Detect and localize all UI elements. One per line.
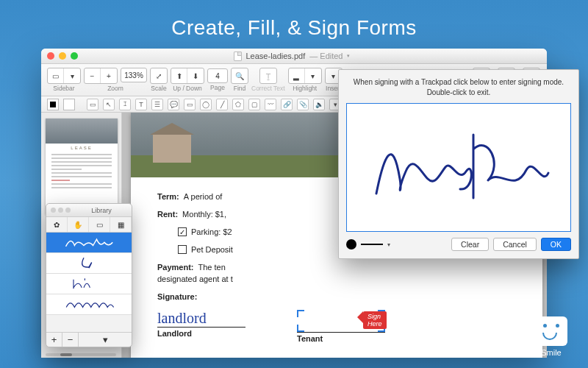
polygon-tool[interactable]: ⬠ [232, 99, 244, 110]
sidebar-group: ▭ ▾ Sidebar [47, 68, 81, 92]
landlord-label: Landlord [157, 329, 192, 338]
palette-list [46, 233, 132, 332]
pen-color-picker[interactable] [346, 239, 356, 250]
dialog-instructions: When signing with a Trackpad click below… [346, 77, 571, 97]
field-signature-label: Signature: [157, 292, 516, 301]
fill-color-well[interactable] [63, 99, 75, 110]
traffic-lights [47, 52, 78, 60]
signature-item-3[interactable] [46, 274, 132, 294]
sidebar-scrollbar[interactable] [46, 353, 116, 356]
sidebar-toggle-button[interactable]: ▭ [48, 68, 64, 83]
palette-tabs: ✿ ✋ ▭ ▦ [46, 217, 132, 233]
palette-action-button[interactable]: ▾ [79, 333, 132, 347]
updown-group: ⬆⬇ Up / Down [171, 68, 204, 92]
signature-canvas[interactable] [346, 103, 571, 232]
page-up-button[interactable]: ⬆ [171, 68, 187, 83]
tab-signatures[interactable]: ✋ [68, 217, 89, 232]
signature-row: landlord Landlord Sign Here Tenant [157, 310, 516, 343]
window-titlebar: Lease-ladies.pdf — Edited ▾ [41, 49, 547, 64]
palette-footer: + − ▾ [46, 332, 132, 347]
correct-label: Correct Text [251, 85, 285, 92]
select-tool[interactable]: ▭ [87, 99, 98, 110]
signature-drawing [363, 127, 554, 208]
rounded-rect-tool[interactable]: ▢ [248, 99, 260, 110]
document-icon [234, 52, 242, 61]
sign-here-flag: Sign Here [363, 311, 387, 329]
highlight-mode-button[interactable]: ▾ [305, 68, 321, 83]
find-button[interactable]: 🔍 [232, 68, 248, 83]
page-label: Page [210, 84, 225, 91]
highlight-button[interactable]: ▂ [289, 68, 305, 83]
cancel-button[interactable]: Cancel [493, 238, 537, 251]
sidebar-label: Sidebar [53, 85, 74, 92]
thumb-heading: LEASE [46, 144, 118, 152]
dialog-toolbar: ▾ Clear Cancel OK [346, 238, 571, 251]
close-window-button[interactable] [47, 52, 54, 60]
highlight-label: Highlight [293, 85, 317, 92]
signature-item-2[interactable] [46, 253, 132, 274]
tab-shapes[interactable]: ▭ [89, 217, 110, 232]
scale-group: ⤢ Scale [150, 68, 168, 92]
filename: Lease-ladies.pdf [246, 52, 306, 60]
highlight-group: ▂▾ Highlight [288, 68, 322, 92]
zoom-group: −+ 133% Zoom [84, 68, 147, 92]
sidebar-mode-button[interactable]: ▾ [64, 68, 80, 83]
scale-label: Scale [151, 85, 166, 92]
comment-tool[interactable]: 💬 [168, 99, 179, 110]
window-title: Lease-ladies.pdf — Edited ▾ [78, 52, 506, 61]
find-label: Find [234, 85, 246, 92]
oval-tool[interactable]: ◯ [200, 99, 212, 110]
ok-button[interactable]: OK [541, 238, 571, 251]
tenant-signature-target[interactable]: Sign Here [297, 310, 385, 332]
page-down-button[interactable]: ⬇ [187, 68, 204, 83]
parking-checkbox[interactable]: ✓ [178, 227, 187, 236]
signature-item-1[interactable] [46, 233, 132, 253]
title-dropdown-icon[interactable]: ▾ [347, 53, 350, 59]
scale-button[interactable]: ⤢ [151, 68, 167, 83]
signature-capture-dialog: When signing with a Trackpad click below… [338, 69, 579, 259]
page-field[interactable]: 4 [207, 68, 228, 83]
tab-stamps[interactable]: ✿ [46, 217, 68, 232]
line-tool[interactable]: ╱ [216, 99, 228, 110]
arrow-tool[interactable]: ↖ [103, 99, 115, 110]
palette-title: Library [76, 207, 127, 214]
tab-images[interactable]: ▦ [110, 217, 132, 232]
pen-thickness-picker[interactable] [361, 244, 383, 245]
library-palette: Library ✿ ✋ ▭ ▦ + − ▾ [46, 203, 132, 347]
rect-tool[interactable]: ▭ [184, 99, 196, 110]
brand-logo: Smile [528, 316, 575, 358]
link-tool[interactable]: 🔗 [281, 99, 293, 110]
field-payment-2: designated agent at t [157, 275, 516, 283]
signature-item-4[interactable] [46, 294, 132, 315]
correct-group: Ṯ Correct Text [251, 68, 285, 92]
palette-titlebar[interactable]: Library [46, 204, 132, 217]
zoom-field[interactable]: 133% [121, 68, 147, 82]
edited-indicator: — Edited [309, 52, 343, 60]
pet-deposit-checkbox[interactable] [178, 245, 187, 254]
landlord-signature: landlord [157, 310, 245, 327]
zoom-in-button[interactable]: + [101, 68, 117, 83]
palette-add-button[interactable]: + [46, 333, 62, 347]
updown-label: Up / Down [173, 85, 202, 92]
palette-remove-button[interactable]: − [62, 333, 79, 347]
minimize-window-button[interactable] [59, 52, 66, 60]
chevron-down-icon[interactable]: ▾ [387, 241, 390, 248]
note-tool[interactable]: ☰ [151, 99, 163, 110]
zoom-label: Zoom [107, 85, 123, 92]
sound-tool[interactable]: 🔈 [313, 99, 325, 110]
stroke-color-well[interactable] [47, 99, 59, 110]
sidebar-icon: ▭ [52, 72, 59, 80]
text-select-tool[interactable]: 𝙸 [119, 99, 131, 110]
find-group: 🔍 Find [231, 68, 248, 92]
zoom-out-button[interactable]: − [85, 68, 101, 83]
marketing-headline: Create, Fill, & Sign Forms [0, 0, 588, 50]
freehand-tool[interactable]: 〰 [265, 99, 276, 110]
text-tool[interactable]: T [135, 99, 147, 110]
zoom-window-button[interactable] [71, 52, 78, 60]
attach-tool[interactable]: 📎 [297, 99, 309, 110]
clear-button[interactable]: Clear [451, 238, 489, 251]
page-group: 4 Page [207, 68, 228, 91]
page-thumbnail[interactable]: LEASE 1 [46, 118, 118, 214]
correct-text-button[interactable]: Ṯ [260, 68, 276, 83]
field-payment: Payment: The ten [157, 263, 516, 272]
